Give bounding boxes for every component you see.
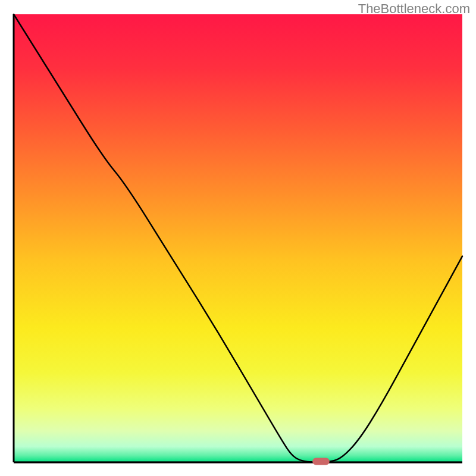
plot-background [14,14,462,462]
chart-svg [0,0,476,476]
bottleneck-chart: TheBottleneck.com [0,0,476,476]
attribution-label: TheBottleneck.com [358,1,470,17]
optimal-marker [312,458,330,465]
